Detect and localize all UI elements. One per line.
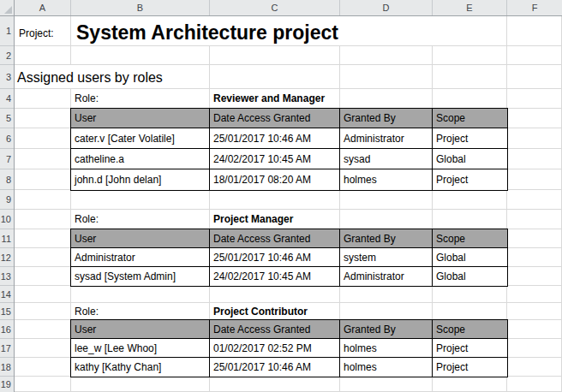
column-header-a[interactable]: A xyxy=(15,0,71,15)
subtitle-cell[interactable]: Assigned users by roles xyxy=(15,65,196,88)
row-header-7[interactable]: 7 xyxy=(0,149,14,169)
sheet-body: Project: System Architecture project Ass… xyxy=(15,16,562,392)
users-table-project-manager: User Date Access Granted Granted By Scop… xyxy=(70,229,508,287)
table-header-cell[interactable]: Scope xyxy=(433,109,507,128)
role-name-cell[interactable]: Project Manager xyxy=(213,210,342,229)
table-cell[interactable]: holmes xyxy=(340,169,433,190)
row-headers: 1 2 3 4 5 6 7 8 9 10 11 12 13 14 15 16 1… xyxy=(0,16,15,392)
table-cell[interactable]: system xyxy=(340,248,433,267)
row-header-16[interactable]: 16 xyxy=(0,320,14,339)
role-label-cell[interactable]: Role: xyxy=(75,210,152,229)
select-all-triangle-icon xyxy=(4,6,12,14)
users-table-project-contributor: User Date Access Granted Granted By Scop… xyxy=(70,319,508,377)
table-header-cell[interactable]: Date Access Granted xyxy=(210,109,340,128)
table-header-cell[interactable]: Granted By xyxy=(340,109,433,128)
row-header-5[interactable]: 5 xyxy=(0,109,14,128)
users-table-reviewer-and-manager: User Date Access Granted Granted By Scop… xyxy=(70,108,508,191)
row-header-19[interactable]: 19 xyxy=(0,377,14,392)
table-header-cell[interactable]: Date Access Granted xyxy=(210,229,340,248)
column-header-f[interactable]: F xyxy=(507,0,562,15)
select-all-corner[interactable] xyxy=(0,0,15,16)
column-header-b[interactable]: B xyxy=(71,0,210,15)
table-cell[interactable]: 01/02/2017 02:52 PM xyxy=(210,339,340,358)
table-cell[interactable]: Project xyxy=(433,358,507,377)
table-header-cell[interactable]: User xyxy=(71,229,210,248)
table-cell[interactable]: 25/01/2017 10:46 AM xyxy=(210,358,340,377)
table-cell[interactable]: cater.v [Cater Volatile] xyxy=(71,128,210,149)
table-cell[interactable]: kathy [Kathy Chan] xyxy=(71,358,210,377)
row-header-11[interactable]: 11 xyxy=(0,229,14,248)
table-cell[interactable]: Administrator xyxy=(71,248,210,267)
table-header-cell[interactable]: User xyxy=(71,320,210,339)
role-name-cell[interactable]: Project Contributor xyxy=(213,303,342,320)
table-cell[interactable]: catheline.a xyxy=(71,149,210,169)
row-header-17[interactable]: 17 xyxy=(0,339,14,358)
column-header-d[interactable]: D xyxy=(340,0,433,15)
project-label-cell[interactable]: Project: xyxy=(15,16,71,45)
table-cell[interactable]: john.d [John delan] xyxy=(71,169,210,190)
table-header-cell[interactable]: Date Access Granted xyxy=(210,320,340,339)
row-header-8[interactable]: 8 xyxy=(0,169,14,190)
row-header-4[interactable]: 4 xyxy=(0,89,14,109)
table-cell[interactable]: Global xyxy=(433,149,507,169)
table-header-cell[interactable]: Scope xyxy=(433,320,507,339)
table-cell[interactable]: 24/02/2017 10:45 AM xyxy=(210,267,340,286)
table-cell[interactable]: holmes xyxy=(340,339,433,358)
row-header-10[interactable]: 10 xyxy=(0,210,14,229)
row-header-18[interactable]: 18 xyxy=(0,358,14,377)
table-cell[interactable]: lee_w [Lee Whoo] xyxy=(71,339,210,358)
row-header-6[interactable]: 6 xyxy=(0,128,14,149)
role-name-cell[interactable]: Reviewer and Manager xyxy=(213,89,342,108)
table-cell[interactable]: Project xyxy=(433,339,507,358)
table-cell[interactable]: Project xyxy=(433,128,507,149)
table-cell[interactable]: Administrator xyxy=(340,128,433,149)
table-cell[interactable]: Project xyxy=(433,169,507,190)
table-cell[interactable]: Global xyxy=(433,248,507,267)
project-title-cell[interactable]: System Architecture project xyxy=(71,16,434,45)
table-cell[interactable]: 25/01/2017 10:46 AM xyxy=(210,128,340,149)
spreadsheet: A B C D E F 1 2 3 4 5 6 7 8 9 10 11 12 1… xyxy=(0,0,562,392)
row-header-3[interactable]: 3 xyxy=(0,65,14,89)
row-header-15[interactable]: 15 xyxy=(0,303,14,320)
table-header-cell[interactable]: User xyxy=(71,109,210,128)
role-label-cell[interactable]: Role: xyxy=(75,89,152,108)
row-header-9[interactable]: 9 xyxy=(0,190,14,210)
row-header-1[interactable]: 1 xyxy=(0,16,14,46)
table-header-cell[interactable]: Scope xyxy=(433,229,507,248)
table-cell[interactable]: 18/01/2017 08:20 AM xyxy=(210,169,340,190)
column-header-e[interactable]: E xyxy=(433,0,507,15)
gridline xyxy=(15,45,562,46)
row-header-2[interactable]: 2 xyxy=(0,46,14,65)
table-cell[interactable]: 24/02/2017 10:45 AM xyxy=(210,149,340,169)
row-header-14[interactable]: 14 xyxy=(0,286,14,303)
column-headers: A B C D E F xyxy=(15,0,562,16)
row-header-13[interactable]: 13 xyxy=(0,267,14,286)
column-header-c[interactable]: C xyxy=(210,0,340,15)
table-header-cell[interactable]: Granted By xyxy=(340,229,433,248)
table-cell[interactable]: sysad [System Admin] xyxy=(71,267,210,286)
table-cell[interactable]: sysad xyxy=(340,149,433,169)
table-header-cell[interactable]: Granted By xyxy=(340,320,433,339)
table-cell[interactable]: Global xyxy=(433,267,507,286)
role-label-cell[interactable]: Role: xyxy=(75,303,152,320)
table-cell[interactable]: holmes xyxy=(340,358,433,377)
row-header-12[interactable]: 12 xyxy=(0,248,14,267)
table-cell[interactable]: Administrator xyxy=(340,267,433,286)
table-cell[interactable]: 25/01/2017 10:46 AM xyxy=(210,248,340,267)
